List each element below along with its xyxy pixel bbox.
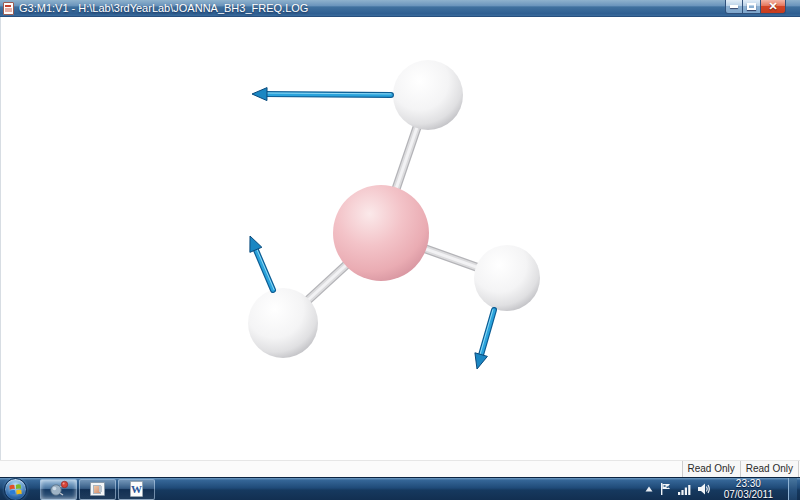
taskbar-app-window[interactable] — [79, 479, 116, 500]
maximize-button[interactable] — [743, 0, 761, 14]
atom-H[interactable] — [474, 245, 540, 311]
displacement-vector — [252, 88, 391, 101]
read-only-status-right: Read Only — [740, 461, 799, 477]
molecule-viewport[interactable] — [0, 17, 800, 460]
word-icon: W — [130, 481, 143, 497]
taskbar-clock[interactable]: 23:30 07/03/2011 — [718, 478, 779, 500]
taskbar-app-word[interactable]: W — [118, 479, 155, 500]
clock-time: 23:30 — [736, 478, 761, 489]
chevron-up-icon[interactable] — [645, 486, 653, 492]
bh3-molecule — [0, 0, 800, 500]
displacement-vector — [475, 310, 494, 369]
start-zone — [0, 478, 38, 500]
start-button[interactable] — [4, 478, 27, 500]
network-signal-icon[interactable] — [678, 484, 691, 495]
window-statusbar: Read Only Read Only — [0, 460, 800, 477]
windows-flag-icon — [9, 483, 22, 496]
volume-icon[interactable] — [698, 483, 711, 495]
maximize-icon — [747, 3, 756, 10]
taskbar: W — [0, 477, 800, 500]
window-left-edge — [0, 17, 1, 460]
gaussview-document-icon[interactable] — [3, 2, 14, 15]
clock-date: 07/03/2011 — [724, 489, 773, 500]
window-title: G3:M1:V1 - H:\Lab\3rdYearLab\JOANNA_BH3_… — [19, 2, 308, 14]
window-titlebar[interactable]: G3:M1:V1 - H:\Lab\3rdYearLab\JOANNA_BH3_… — [0, 0, 800, 17]
system-tray: 23:30 07/03/2011 — [645, 478, 800, 500]
minimize-icon — [730, 5, 738, 8]
displacement-vector — [250, 236, 274, 290]
desktop: { "window": { "title": "G3:M1:V1 - H:\\L… — [0, 0, 800, 500]
minimize-button[interactable] — [725, 0, 743, 14]
word-letter: W — [131, 484, 142, 495]
atom-H[interactable] — [393, 60, 463, 130]
gaussview-icon — [49, 480, 69, 498]
action-center-flag-icon[interactable] — [660, 483, 671, 495]
window-controls: ✕ — [725, 0, 786, 14]
atom-H[interactable] — [248, 288, 318, 358]
read-only-status-left: Read Only — [682, 461, 740, 477]
atom-B[interactable] — [333, 185, 429, 281]
show-desktop-button[interactable] — [788, 478, 797, 500]
app-window-icon — [90, 482, 105, 496]
close-button[interactable]: ✕ — [761, 0, 786, 14]
close-icon: ✕ — [768, 1, 777, 12]
taskbar-app-gaussview[interactable] — [40, 479, 77, 500]
